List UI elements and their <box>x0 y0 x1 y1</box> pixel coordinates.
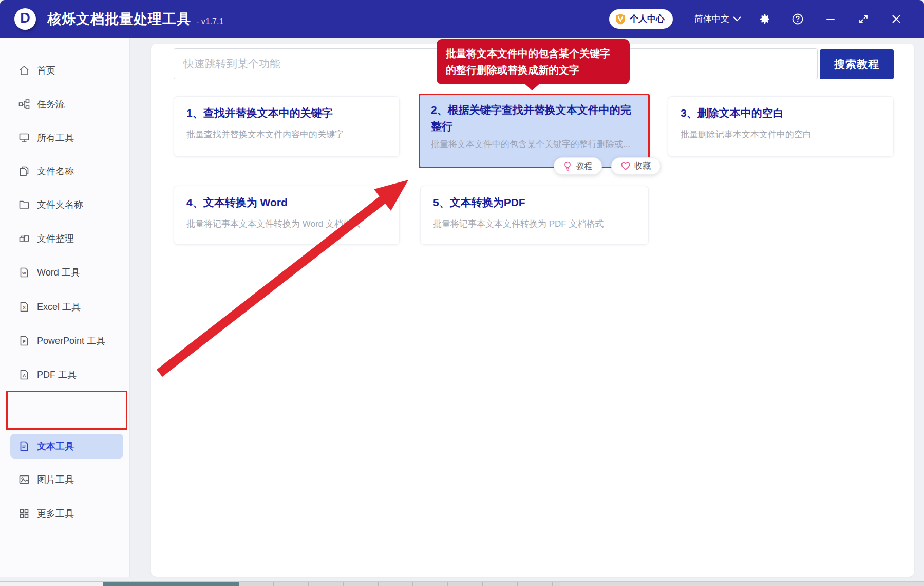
title-bar: D 核烁文档批量处理工具 - v1.7.1 个人中心 简体中文 <box>0 0 924 38</box>
favorite-badge-label: 收藏 <box>634 161 651 172</box>
organize-icon <box>18 233 30 244</box>
card-desc: 批量删除记事本文本文件中的空白 <box>681 129 881 140</box>
home-icon <box>18 65 30 76</box>
card-title: 4、文本转换为 Word <box>186 194 387 211</box>
search-tutorial-button[interactable]: 搜索教程 <box>820 49 894 79</box>
sidebar-item-all-tools[interactable]: 所有工具 <box>10 125 123 150</box>
account-center-label: 个人中心 <box>630 13 665 25</box>
sidebar-item-label: 文件名称 <box>37 165 74 177</box>
pdf-file-icon: A <box>18 369 30 380</box>
text-file-icon <box>18 441 30 452</box>
lightbulb-icon <box>563 161 572 171</box>
minimize-button[interactable] <box>814 0 847 38</box>
sidebar-item-pdf-tools[interactable]: A PDF 工具 <box>10 362 123 387</box>
app-title: 核烁文档批量处理工具 <box>47 10 191 28</box>
sidebar-item-label: 所有工具 <box>37 132 74 144</box>
card-desc: 批量查找并替换文本文件内容中的关键字 <box>186 129 387 140</box>
word-file-icon: W <box>18 267 30 278</box>
powerpoint-file-icon: P <box>18 335 30 346</box>
workflow-icon <box>18 99 30 110</box>
sidebar-item-label: 图片工具 <box>37 473 74 486</box>
tooltip-pointer <box>522 82 542 90</box>
help-button[interactable] <box>781 0 814 38</box>
chevron-down-icon <box>733 16 741 22</box>
close-icon <box>891 13 902 25</box>
card-delete-blank[interactable]: 3、删除文本中的空白 批量删除记事本文本文件中的空白 <box>668 96 894 157</box>
sidebar-item-excel-tools[interactable]: X Excel 工具 <box>10 295 123 319</box>
desktop-sliver-gray <box>560 582 924 586</box>
monitor-icon <box>18 132 30 143</box>
app-version: - v1.7.1 <box>196 17 223 26</box>
maximize-button[interactable] <box>847 0 880 38</box>
card-desc: 批量将文本文件中的包含某个关键字的整行删除或... <box>431 138 637 150</box>
expand-icon <box>858 13 869 25</box>
sidebar-item-powerpoint-tools[interactable]: P PowerPoint 工具 <box>10 328 123 353</box>
card-title: 5、文本转换为PDF <box>433 194 636 211</box>
card-desc: 批量将记事本文本文件转换为 PDF 文档格式 <box>433 218 636 230</box>
sidebar-item-label: PowerPoint 工具 <box>37 335 105 347</box>
sidebar-item-image-tools[interactable]: 图片工具 <box>10 467 123 492</box>
language-selector[interactable]: 简体中文 <box>694 13 741 25</box>
sidebar-item-taskflow[interactable]: 任务流 <box>10 92 123 117</box>
card-text-to-pdf[interactable]: 5、文本转换为PDF 批量将记事本文本文件转换为 PDF 文档格式 <box>420 186 649 245</box>
tutorial-badge[interactable]: 教程 <box>554 157 602 175</box>
svg-text:X: X <box>23 305 26 310</box>
sidebar-item-label: 更多工具 <box>37 507 74 520</box>
sidebar-item-label: PDF 工具 <box>37 369 77 381</box>
tooltip-line2: 的整行删除或替换成新的文字 <box>446 62 620 78</box>
sidebar-item-file-organize[interactable]: 文件整理 <box>10 226 123 251</box>
sidebar-item-label: 文本工具 <box>37 440 74 452</box>
card-title: 2、根据关键字查找并替换文本文件中的完整行 <box>431 102 637 134</box>
card-find-replace-keyword[interactable]: 1、查找并替换文本中的关键字 批量查找并替换文本文件内容中的关键字 <box>174 96 400 157</box>
sidebar-item-file-name[interactable]: 文件名称 <box>10 159 123 184</box>
sidebar: 首页 任务流 所有工具 文件名称 文件夹名称 文件整理 <box>0 38 130 577</box>
sidebar-item-label: 文件整理 <box>37 232 74 245</box>
desktop-sliver-ticks <box>239 582 560 586</box>
grid-icon <box>18 508 30 519</box>
excel-file-icon: X <box>18 301 30 313</box>
tutorial-tooltip: 批量将文本文件中的包含某个关键字 的整行删除或替换成新的文字 <box>437 39 630 84</box>
sidebar-item-label: Excel 工具 <box>37 301 81 313</box>
sidebar-item-more-tools[interactable]: 更多工具 <box>10 501 123 526</box>
sidebar-item-text-tools[interactable]: 文本工具 <box>10 434 123 459</box>
heart-icon <box>621 162 630 170</box>
account-center-button[interactable]: 个人中心 <box>609 9 673 29</box>
titlebar-actions: 个人中心 简体中文 <box>609 0 913 38</box>
svg-text:W: W <box>22 271 26 276</box>
sidebar-item-word-tools[interactable]: W Word 工具 <box>10 260 123 285</box>
desktop-sliver <box>0 582 103 586</box>
sidebar-item-folder-name[interactable]: 文件夹名称 <box>10 192 123 217</box>
sidebar-item-label: Word 工具 <box>37 266 80 279</box>
tooltip-line1: 批量将文本文件中的包含某个关键字 <box>446 45 620 62</box>
sidebar-item-label: 文件夹名称 <box>37 198 83 211</box>
question-mark-icon <box>791 13 804 25</box>
app-logo-letter: D <box>20 10 30 26</box>
sidebar-item-home[interactable]: 首页 <box>10 58 123 83</box>
desktop-sliver-teal <box>103 582 239 586</box>
tutorial-badge-label: 教程 <box>576 161 592 172</box>
gear-icon <box>759 13 771 25</box>
favorite-badge[interactable]: 收藏 <box>611 157 661 175</box>
image-icon <box>18 474 30 485</box>
card-title: 3、删除文本中的空白 <box>681 105 881 121</box>
folder-icon <box>18 199 30 210</box>
close-button[interactable] <box>880 0 913 38</box>
card-text-to-word[interactable]: 4、文本转换为 Word 批量将记事本文本文件转换为 Word 文档格式 <box>174 186 400 245</box>
language-label: 简体中文 <box>694 13 729 25</box>
card-title: 1、查找并替换文本中的关键字 <box>186 105 387 121</box>
app-logo: D <box>14 8 36 30</box>
card-desc: 批量将记事本文本文件转换为 Word 文档格式 <box>186 218 387 230</box>
minimize-icon <box>825 13 836 25</box>
svg-text:P: P <box>23 339 26 344</box>
svg-text:A: A <box>23 373 26 378</box>
vip-shield-icon <box>615 13 626 25</box>
card-replace-full-line-highlighted[interactable]: 2、根据关键字查找并替换文本文件中的完整行 批量将文本文件中的包含某个关键字的整… <box>419 94 650 168</box>
file-name-icon <box>18 166 30 177</box>
settings-button[interactable] <box>748 0 781 38</box>
sidebar-item-label: 首页 <box>37 64 55 77</box>
sidebar-item-label: 任务流 <box>37 98 65 111</box>
